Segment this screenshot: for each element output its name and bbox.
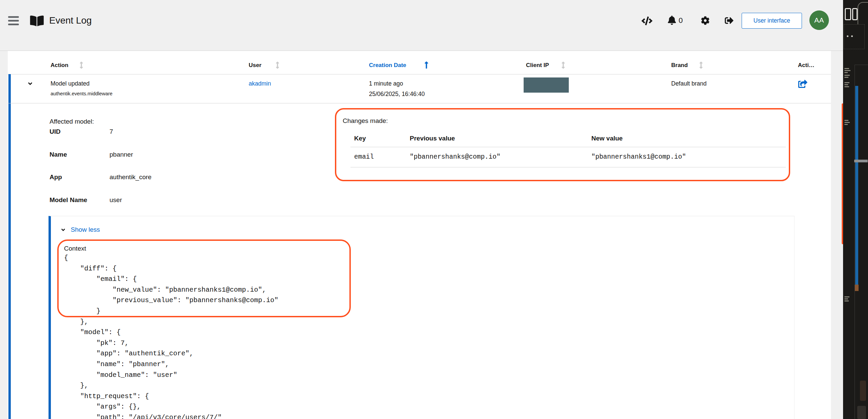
changes-made-label: Changes made:	[343, 117, 388, 125]
sort-ascending-icon[interactable]	[424, 61, 429, 69]
row-divider	[8, 103, 831, 103]
minimap-scroll-handle	[854, 160, 868, 162]
changes-row-new: "pbannershanks1@comp.io"	[591, 153, 686, 161]
window-corner-outline	[858, 2, 868, 24]
settings-button[interactable]	[701, 16, 710, 25]
code-icon	[641, 17, 653, 25]
changes-col-previous: Previous value	[410, 135, 455, 142]
app-logo-book-icon	[30, 15, 44, 27]
chevron-down-icon	[27, 80, 33, 87]
changes-table-divider	[350, 147, 786, 147]
event-log-page: Event Log 0 User interface AA Action Use…	[0, 0, 868, 419]
sort-icon[interactable]	[80, 62, 83, 69]
detail-field-label: Model Name	[50, 196, 87, 204]
gear-icon	[701, 16, 710, 25]
event-time-relative: 1 minute ago	[369, 80, 403, 87]
user-interface-button[interactable]: User interface	[742, 13, 802, 29]
column-header-brand[interactable]: Brand	[671, 62, 688, 69]
sign-out-icon	[725, 16, 734, 25]
texture-blob	[860, 381, 866, 401]
column-header-creation-date[interactable]: Creation Date	[369, 62, 406, 69]
side-app-window[interactable]	[843, 0, 868, 419]
event-user-link[interactable]: akadmin	[249, 80, 271, 87]
ellipsis-dot	[847, 35, 848, 37]
sort-icon[interactable]	[699, 62, 703, 69]
bell-icon	[668, 15, 676, 25]
sort-icon[interactable]	[561, 62, 565, 69]
sort-icon[interactable]	[276, 62, 279, 69]
affected-model-label: Affected model:	[50, 118, 94, 125]
detail-field-value: user	[110, 196, 122, 204]
detail-field-label: App	[50, 173, 62, 181]
topbar	[0, 0, 868, 51]
share-square-icon	[798, 79, 807, 88]
ellipsis-dot	[851, 35, 853, 37]
event-brand: Default brand	[671, 80, 707, 87]
column-header-actions: Acti…	[798, 62, 814, 69]
context-label: Context	[64, 245, 86, 252]
split-view-icon	[845, 8, 858, 20]
event-action: Model updated	[51, 80, 90, 87]
minimap-blue-bar	[855, 86, 858, 285]
avatar[interactable]: AA	[809, 10, 829, 30]
detail-field-label: UID	[50, 128, 61, 135]
texture-blob	[857, 406, 866, 419]
show-less-toggle[interactable]: Show less	[60, 226, 100, 233]
changes-col-new: New value	[591, 135, 623, 142]
changes-table-divider	[350, 167, 786, 167]
changes-row-previous: "pbannershanks@comp.io"	[410, 153, 500, 161]
chevron-down-icon	[60, 227, 66, 233]
row-expander-button[interactable]	[27, 80, 33, 87]
open-event-button[interactable]	[798, 79, 807, 88]
minimap-brown-tip	[855, 285, 859, 291]
context-json-code: { "diff": { "email": { "new_value": "pba…	[64, 253, 278, 419]
show-less-label: Show less	[71, 226, 100, 233]
notifications-button[interactable]	[668, 15, 676, 25]
sidebar-toggle-button[interactable]	[8, 15, 19, 26]
notification-count: 0	[679, 16, 683, 25]
table-header-divider	[8, 74, 831, 74]
api-browser-button[interactable]	[641, 17, 653, 25]
column-header-client-ip[interactable]: Client IP	[526, 62, 549, 69]
column-header-user[interactable]: User	[249, 62, 261, 69]
detail-field-value: authentik_core	[110, 173, 152, 181]
changes-row-key: email	[354, 153, 374, 161]
logout-button[interactable]	[725, 16, 734, 25]
event-time-absolute: 25/06/2025, 16:46:40	[369, 91, 425, 97]
expanded-row-accent-border	[8, 74, 11, 419]
detail-field-value: pbanner	[110, 151, 133, 158]
column-header-action[interactable]: Action	[51, 62, 68, 69]
event-source: authentik.events.middleware	[51, 91, 113, 97]
detail-field-value: 7	[110, 128, 113, 135]
changes-col-key: Key	[354, 135, 366, 142]
client-ip-redaction-box	[524, 77, 569, 93]
page-title: Event Log	[49, 15, 92, 26]
detail-field-label: Name	[50, 151, 67, 158]
